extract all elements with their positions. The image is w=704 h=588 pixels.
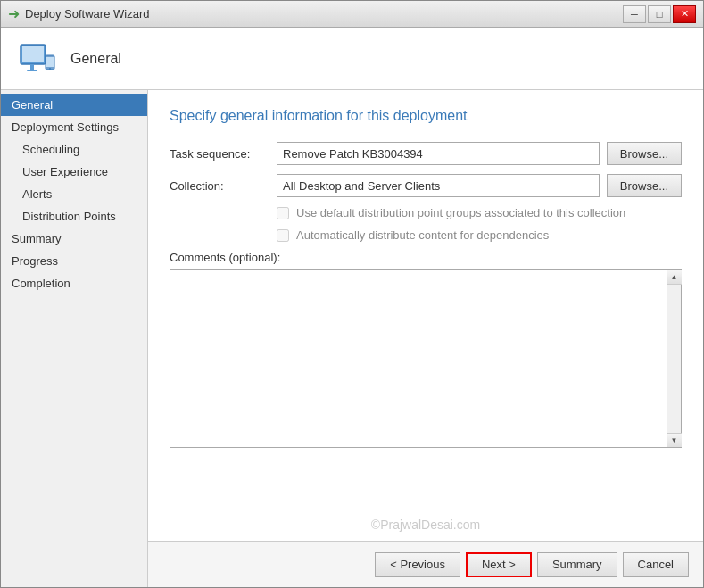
footer: < Previous Next > Summary Cancel [148,541,703,587]
svg-rect-5 [46,57,54,67]
close-button[interactable]: ✕ [673,5,696,23]
collection-label: Collection: [170,179,277,193]
sidebar-item-alerts[interactable]: Alerts [1,183,147,205]
title-bar-left: ➜ Deploy Software Wizard [8,5,149,22]
checkbox-auto-distribute-row: Automatically distribute content for dep… [170,228,682,242]
title-bar-controls: ─ □ ✕ [623,5,696,23]
comments-container: ▲ ▼ [170,269,682,448]
cancel-button[interactable]: Cancel [623,552,689,577]
minimize-button[interactable]: ─ [623,5,646,23]
use-default-dp-checkbox[interactable] [277,207,289,219]
checkbox-auto-distribute-label: Automatically distribute content for dep… [296,228,549,242]
main-content: Specify general information for this dep… [148,90,703,541]
comments-scrollbar: ▲ ▼ [667,270,681,447]
deploy-software-wizard-window: ➜ Deploy Software Wizard ─ □ ✕ Ge [0,0,704,588]
task-sequence-row: Task sequence: Browse... [170,142,682,165]
sidebar-item-general[interactable]: General [1,94,147,116]
maximize-button[interactable]: □ [648,5,671,23]
checkbox-distribution-label: Use default distribution point groups as… [296,206,625,219]
previous-button[interactable]: < Previous [375,552,460,577]
main-heading: Specify general information for this dep… [170,108,682,124]
svg-rect-2 [30,64,34,70]
header-panel: General [1,28,703,90]
header-title: General [70,51,121,67]
checkbox-distribution-row: Use default distribution point groups as… [170,206,682,219]
sidebar-item-deployment-settings[interactable]: Deployment Settings [1,116,147,138]
scrollbar-up-arrow[interactable]: ▲ [667,270,682,285]
main-panel-wrapper: Specify general information for this dep… [148,90,703,587]
title-bar: ➜ Deploy Software Wizard ─ □ ✕ [1,1,703,28]
sidebar-item-distribution-points[interactable]: Distribution Points [1,205,147,228]
window-title: Deploy Software Wizard [25,7,149,21]
sidebar-item-completion[interactable]: Completion [1,272,147,294]
svg-rect-3 [27,70,37,71]
content-area: General Deployment Settings Scheduling U… [1,90,703,587]
header-icon [15,37,58,80]
task-sequence-label: Task sequence: [170,147,277,161]
task-sequence-browse-button[interactable]: Browse... [607,142,682,165]
svg-rect-1 [22,46,44,62]
comments-label: Comments (optional): [170,251,682,264]
next-button[interactable]: Next > [466,552,532,577]
sidebar-item-summary[interactable]: Summary [1,228,147,250]
svg-point-6 [49,68,51,70]
main-panel: Specify general information for this dep… [148,90,703,587]
sidebar-item-scheduling[interactable]: Scheduling [1,138,147,161]
collection-browse-button[interactable]: Browse... [607,174,682,197]
auto-distribute-checkbox[interactable] [277,229,289,242]
collection-row: Collection: Browse... [170,174,682,197]
task-sequence-input[interactable] [277,142,600,165]
scrollbar-down-arrow[interactable]: ▼ [667,433,682,447]
comments-textarea[interactable] [170,270,667,447]
summary-button[interactable]: Summary [537,552,617,577]
sidebar-item-user-experience[interactable]: User Experience [1,161,147,183]
sidebar: General Deployment Settings Scheduling U… [1,90,148,587]
app-icon: ➜ [8,5,20,22]
sidebar-item-progress[interactable]: Progress [1,250,147,272]
collection-input[interactable] [277,174,600,197]
